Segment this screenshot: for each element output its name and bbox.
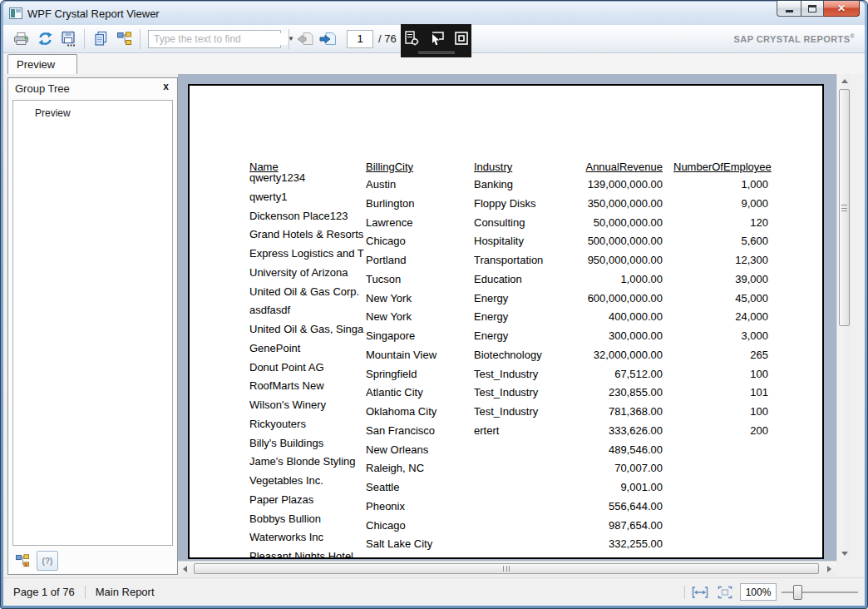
group-tree-panel: Group Tree x Preview x (?) [7,77,178,575]
column-header-billingcity: BillingCity [366,161,413,173]
report-cell-name: Pleasant Nights Hotel [249,550,367,559]
report-cell-city: Chicago [366,235,476,247]
report-cell-city: Oklahoma City [366,405,476,418]
fullscreen-icon [453,30,470,47]
report-cell-employees: 24,000 [685,310,768,323]
group-tree-header: Group Tree x [8,78,177,98]
scroll-left-button[interactable] [178,562,192,577]
report-cell-city: Seattle [366,481,476,493]
zoom-slider-thumb[interactable] [793,585,802,600]
toggle-group-tree-button[interactable] [112,27,136,51]
report-cell-city: Dallas [366,557,476,559]
report-area: Name BillingCity Industry AnnualRevenue … [178,74,853,579]
arrow-down-icon [841,552,848,556]
export-button[interactable] [57,27,80,51]
report-cell-employees: 265 [685,349,768,361]
report-cell-revenue: 139,000,000.00 [559,178,663,191]
report-cell-name: qwerty1234 [249,171,367,184]
refresh-icon [37,31,53,47]
report-cell-employees: 101 [685,386,768,399]
report-cell-employees: 120 [685,216,768,229]
report-cell-employees: 200 [685,424,768,437]
report-cell-employees: 100 [685,368,768,380]
report-cell-city: Lawrence [366,216,476,229]
report-cell-city: Atlantic City [366,386,476,399]
report-cell-revenue: 457,912.00 [559,557,663,559]
report-cell-city: Pheonix [366,500,476,512]
app-window: WPF Crystal Report Viewer ✕ [0,0,868,609]
maximize-icon [808,5,816,12]
report-cell-name: Rickyouters [249,418,367,430]
arrow-up-icon [841,79,848,83]
minimize-button[interactable] [777,1,801,17]
group-tree-body: Preview [12,100,173,546]
horizontal-scrollbar[interactable] [178,561,836,576]
report-cell-employees: 3,000 [685,329,768,342]
close-icon: ✕ [837,2,846,14]
fit-width-icon [692,586,708,599]
report-cell-revenue: 556,644.00 [559,500,663,512]
next-page-button[interactable] [317,27,340,51]
copy-button[interactable] [89,27,112,51]
zoom-level-input[interactable] [740,583,777,601]
thumb-grip-icon [503,566,510,572]
report-cell-city: Springfield [366,368,476,380]
search-input[interactable] [149,33,288,45]
copy-icon [93,31,109,47]
tab-preview-label: Preview [17,58,55,71]
column-header-industry: Industry [474,161,512,173]
group-tree-close-button[interactable]: x [163,81,169,92]
thumb-grip-icon [841,205,847,211]
fit-page-icon [718,586,732,599]
close-button[interactable]: ✕ [824,1,860,17]
group-tree-tab-button[interactable]: x [12,551,33,571]
scroll-up-button[interactable] [837,74,851,88]
vertical-scroll-thumb[interactable] [839,89,850,326]
refresh-button[interactable] [33,27,57,51]
fit-page-button[interactable] [715,584,735,601]
report-cell-employees: 5,600 [685,235,768,247]
statusbar-divider [684,586,685,599]
print-button[interactable] [10,27,33,51]
report-cell-revenue: 32,000,000.00 [559,349,663,361]
parameters-tab-button[interactable]: (?) [37,551,58,571]
group-tree-title: Group Tree [15,82,70,95]
maximize-button[interactable] [801,1,824,17]
report-cell-revenue: 781,368.00 [559,405,663,418]
fullscreen-button[interactable] [452,29,471,47]
tree-item-preview[interactable]: Preview [35,107,172,119]
report-cell-name: Bobbys Bullion [249,512,367,525]
report-cell-city: Raleigh, NC [366,462,476,474]
report-cell-city: San Francisco [366,424,476,437]
report-cell-city: New York [366,292,476,304]
report-cell-name: Express Logistics and T [249,247,367,260]
parameter-panel-button[interactable] [402,29,421,47]
report-cell-revenue: 9,001.00 [559,481,663,493]
report-cell-city: New Orleans [366,443,476,456]
overlay-drag-handle[interactable] [418,52,455,54]
group-tree-tab-icon: x [15,554,30,567]
scroll-down-button[interactable] [837,547,851,561]
zoom-slider[interactable] [782,584,858,601]
scroll-right-button[interactable] [822,562,836,577]
report-cell-city: Burlington [366,197,476,210]
report-page: Name BillingCity Industry AnnualRevenue … [188,84,824,559]
report-cell-revenue: 67,512.00 [559,368,663,380]
report-cell-name: Jame's Blonde Styling [249,455,367,468]
report-cell-revenue: 950,000,000.00 [559,254,663,266]
page-number-input[interactable] [347,30,373,48]
report-cell-city: Chicago [366,519,476,532]
vertical-scrollbar[interactable] [836,74,851,561]
report-cell-revenue: 70,007.00 [559,462,663,474]
report-cell-name: Vegetables Inc. [249,474,367,487]
export-save-icon [61,31,76,47]
report-cell-name: Billy's Buildings [249,437,367,449]
report-cell-revenue: 600,000,000.00 [559,292,663,304]
tab-preview[interactable]: Preview [7,54,77,74]
report-cell-name: asdfasdf [249,304,367,316]
select-tool-button[interactable] [427,29,446,47]
horizontal-scroll-thumb[interactable] [194,563,819,574]
fit-width-button[interactable] [690,584,710,601]
previous-page-button[interactable] [293,27,317,51]
report-cell-revenue: 500,000,000.00 [559,235,663,247]
